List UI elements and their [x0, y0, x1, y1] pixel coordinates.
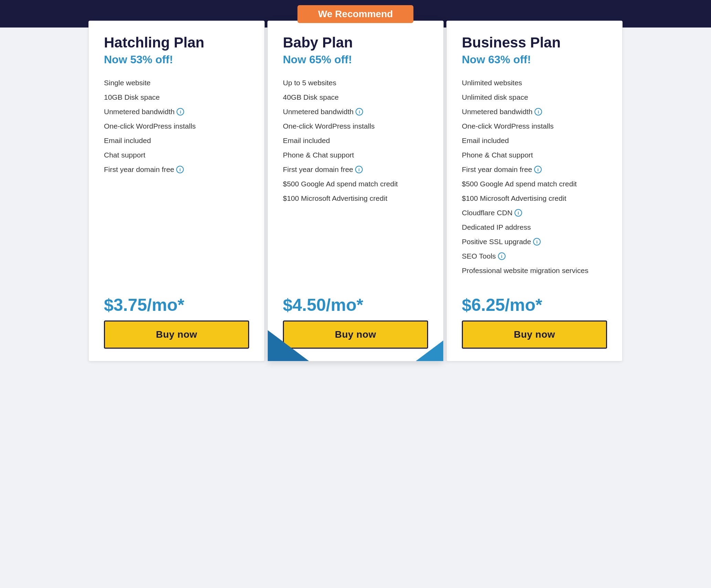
- feature-item: $500 Google Ad spend match credit: [283, 177, 428, 191]
- plan-footer: $3.75/mo* Buy now: [89, 288, 264, 361]
- plan-footer: $4.50/mo* Buy now: [268, 288, 443, 361]
- plan-discount: Now 63% off!: [462, 53, 607, 66]
- feature-text: $500 Google Ad spend match credit: [462, 180, 577, 188]
- feature-text: Up to 5 websites: [283, 79, 336, 87]
- feature-text: Positive SSL upgrade: [462, 238, 531, 246]
- feature-item: Phone & Chat support: [462, 148, 607, 162]
- feature-text: One-click WordPress installs: [283, 122, 375, 130]
- feature-item: Unmetered bandwidthi: [462, 105, 607, 119]
- feature-text: Chat support: [104, 151, 145, 159]
- info-icon[interactable]: i: [355, 166, 363, 173]
- feature-item: 10GB Disk space: [104, 90, 249, 105]
- plan-discount: Now 53% off!: [104, 53, 249, 66]
- plan-price: $3.75/mo*: [104, 295, 249, 315]
- feature-text: Unlimited disk space: [462, 93, 528, 101]
- feature-text: Cloudflare CDN: [462, 209, 512, 217]
- feature-text: $100 Microsoft Advertising credit: [283, 194, 387, 203]
- feature-text: One-click WordPress installs: [462, 122, 554, 130]
- feature-text: Email included: [283, 137, 330, 145]
- feature-item: One-click WordPress installs: [462, 119, 607, 133]
- feature-text: One-click WordPress installs: [104, 122, 196, 130]
- plans-container: Hatchling Plan Now 53% off! Single websi…: [80, 21, 631, 361]
- recommend-badge: We Recommend: [297, 5, 413, 23]
- feature-item: Unlimited disk space: [462, 90, 607, 105]
- feature-item: $100 Microsoft Advertising credit: [283, 191, 428, 206]
- plan-card-baby: We Recommend Baby Plan Now 65% off! Up t…: [267, 21, 444, 361]
- feature-item: Positive SSL upgradei: [462, 235, 607, 249]
- features-list: Unlimited websitesUnlimited disk spaceUn…: [462, 76, 607, 278]
- feature-item: $500 Google Ad spend match credit: [462, 177, 607, 191]
- feature-item: First year domain freei: [462, 162, 607, 177]
- info-icon[interactable]: i: [514, 209, 522, 217]
- info-icon[interactable]: i: [498, 252, 506, 260]
- buy-button-hatchling[interactable]: Buy now: [104, 320, 249, 349]
- plan-name: Hatchling Plan: [104, 35, 249, 51]
- feature-item: 40GB Disk space: [283, 90, 428, 105]
- feature-text: Professional website migration services: [462, 266, 588, 275]
- feature-text: $100 Microsoft Advertising credit: [462, 194, 566, 203]
- info-icon[interactable]: i: [533, 238, 541, 246]
- plan-price: $4.50/mo*: [283, 295, 428, 315]
- plan-discount: Now 65% off!: [283, 53, 428, 66]
- info-icon[interactable]: i: [176, 166, 184, 173]
- feature-text: Phone & Chat support: [462, 151, 533, 159]
- feature-item: Email included: [104, 133, 249, 148]
- feature-text: First year domain free: [462, 165, 532, 174]
- plan-footer: $6.25/mo* Buy now: [447, 288, 622, 361]
- feature-item: First year domain freei: [283, 162, 428, 177]
- feature-text: Unmetered bandwidth: [283, 108, 353, 116]
- feature-text: 10GB Disk space: [104, 93, 160, 101]
- feature-text: Unmetered bandwidth: [462, 108, 532, 116]
- feature-item: $100 Microsoft Advertising credit: [462, 191, 607, 206]
- feature-item: Phone & Chat support: [283, 148, 428, 162]
- feature-item: Unlimited websites: [462, 76, 607, 90]
- feature-item: One-click WordPress installs: [283, 119, 428, 133]
- info-icon[interactable]: i: [534, 166, 542, 173]
- feature-item: Email included: [283, 133, 428, 148]
- plan-name: Baby Plan: [283, 35, 428, 51]
- feature-text: First year domain free: [283, 165, 353, 174]
- feature-text: $500 Google Ad spend match credit: [283, 180, 398, 188]
- feature-item: Dedicated IP address: [462, 220, 607, 235]
- plan-content: Baby Plan Now 65% off! Up to 5 websites4…: [268, 21, 443, 288]
- plan-name: Business Plan: [462, 35, 607, 51]
- feature-text: Email included: [104, 137, 151, 145]
- feature-item: Chat support: [104, 148, 249, 162]
- buy-button-business[interactable]: Buy now: [462, 320, 607, 349]
- plan-card-business: Business Plan Now 63% off! Unlimited web…: [446, 21, 623, 361]
- feature-text: Email included: [462, 137, 509, 145]
- feature-text: First year domain free: [104, 165, 174, 174]
- feature-item: Cloudflare CDNi: [462, 206, 607, 220]
- plan-content: Hatchling Plan Now 53% off! Single websi…: [89, 21, 264, 288]
- feature-text: Phone & Chat support: [283, 151, 354, 159]
- info-icon[interactable]: i: [177, 108, 184, 116]
- feature-item: Email included: [462, 133, 607, 148]
- page-wrapper: Hatchling Plan Now 53% off! Single websi…: [0, 0, 711, 588]
- plan-content: Business Plan Now 63% off! Unlimited web…: [447, 21, 622, 288]
- feature-text: Unmetered bandwidth: [104, 108, 174, 116]
- feature-item: One-click WordPress installs: [104, 119, 249, 133]
- feature-item: Single website: [104, 76, 249, 90]
- feature-item: First year domain freei: [104, 162, 249, 177]
- feature-item: Professional website migration services: [462, 263, 607, 278]
- plan-card-hatchling: Hatchling Plan Now 53% off! Single websi…: [88, 21, 265, 361]
- features-list: Up to 5 websites40GB Disk spaceUnmetered…: [283, 76, 428, 206]
- info-icon[interactable]: i: [356, 108, 363, 116]
- feature-item: Unmetered bandwidthi: [104, 105, 249, 119]
- feature-item: Unmetered bandwidthi: [283, 105, 428, 119]
- plan-price: $6.25/mo*: [462, 295, 607, 315]
- info-icon[interactable]: i: [534, 108, 542, 116]
- feature-item: SEO Toolsi: [462, 249, 607, 263]
- feature-text: Unlimited websites: [462, 79, 522, 87]
- feature-text: 40GB Disk space: [283, 93, 339, 101]
- feature-item: Up to 5 websites: [283, 76, 428, 90]
- buy-button-baby[interactable]: Buy now: [283, 320, 428, 349]
- feature-text: SEO Tools: [462, 252, 496, 260]
- features-list: Single website10GB Disk spaceUnmetered b…: [104, 76, 249, 177]
- feature-text: Dedicated IP address: [462, 223, 531, 231]
- feature-text: Single website: [104, 79, 150, 87]
